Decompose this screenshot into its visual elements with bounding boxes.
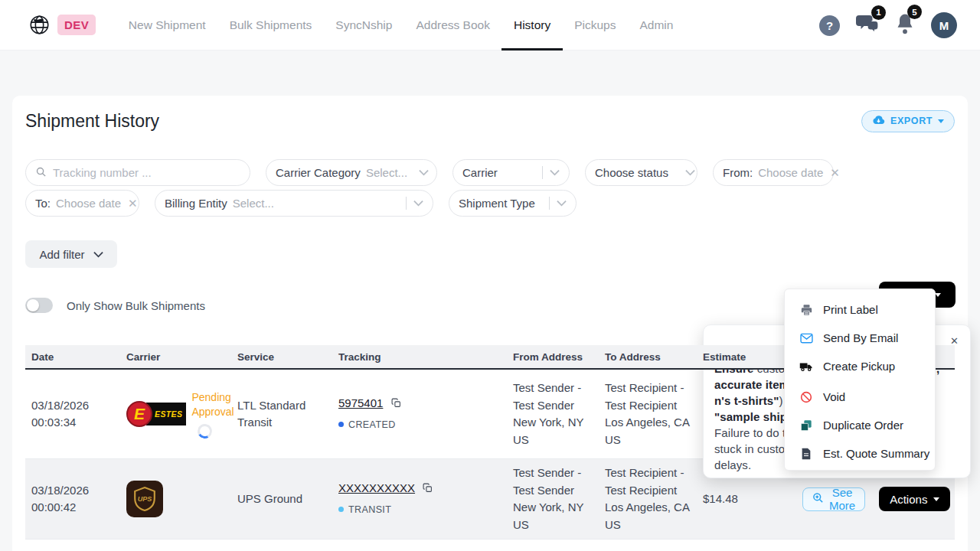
from-address: Test Sender - [507,539,599,551]
nav-item-history[interactable]: History [501,0,562,51]
to-date-field[interactable]: To: Choose date ✕ [25,190,139,217]
cloud-download-icon [872,115,885,128]
tracking-number-link[interactable]: XXXXXXXXXX [338,481,415,494]
chevron-down-icon [93,251,103,258]
col-header-estimate: Estimate [697,351,796,363]
status-select[interactable]: Choose status [585,159,697,186]
chevron-down-icon [938,119,944,123]
tracking-search-input[interactable] [53,166,240,179]
to-address: Test Recipient [599,530,697,551]
table-row: Test Sender - Test Recipient [25,540,955,551]
chevron-down-icon [413,200,423,207]
filters-bar: Carrier Category Select... Carrier Choos… [25,159,955,217]
document-icon [799,448,813,460]
billing-entity-select[interactable]: Billing Entity Select... [155,190,433,217]
menu-item-print-label[interactable]: Print Label [785,295,935,324]
copy-icon[interactable] [391,397,401,410]
truck-icon [799,361,813,372]
nav-item-new-shipment[interactable]: New Shipment [116,0,217,51]
printer-icon [799,304,813,316]
menu-item-est-quote-summary[interactable]: Est. Quote Summary [785,439,935,468]
nav-item-address-book[interactable]: Address Book [404,0,502,51]
loading-spinner-icon [196,422,214,439]
col-header-date: Date [25,351,120,363]
user-avatar[interactable]: M [931,12,957,38]
bulk-shipments-toggle[interactable] [25,298,53,313]
status-dot [338,422,344,427]
envelope-icon [799,333,813,344]
chevron-down-icon [685,169,695,176]
duplicate-icon [799,419,813,432]
menu-item-create-pickup[interactable]: Create Pickup [785,352,935,380]
chevron-down-icon [419,169,429,176]
nav-item-syncnship[interactable]: SyncNship [324,0,404,51]
service-name: UPS Ground [231,491,332,508]
notifications-button[interactable]: 5 [895,13,915,37]
svg-text:UPS: UPS [138,495,152,503]
from-date-field[interactable]: From: Choose date ✕ [713,159,834,186]
app-logo-globe-icon[interactable] [29,15,50,35]
col-header-service: Service [231,351,332,363]
to-address: Test Recipient -Test Recipient Los Angel… [599,380,697,448]
col-header-to-address: To Address [599,351,697,363]
menu-item-send-by-email[interactable]: Send By Email [785,324,935,352]
menu-item-duplicate-order[interactable]: Duplicate Order [785,411,935,439]
carrier-category-select[interactable]: Carrier Category Select... [266,159,437,186]
chat-button[interactable]: 1 [856,14,879,37]
nav-right-icons: ? 1 5 M [819,0,957,51]
chevron-down-icon [933,497,939,501]
actions-button[interactable]: Actions [879,487,950,511]
status-dot [338,507,344,512]
clear-to-date-icon[interactable]: ✕ [128,197,138,210]
top-nav: DEV New Shipment Bulk Shipments SyncNshi… [0,0,980,51]
shipment-time: 00:03:34 [31,414,114,432]
col-header-tracking: Tracking [332,351,507,363]
ban-icon [799,391,813,403]
nav-item-bulk-shipments[interactable]: Bulk Shipments [217,0,324,51]
export-button[interactable]: EXPORT [861,110,955,132]
clear-from-date-icon[interactable]: ✕ [830,166,840,180]
to-address: Test Recipient -Test Recipient Los Angel… [599,465,697,533]
bulk-toggle-label: Only Show Bulk Shipments [67,299,205,312]
shipment-date: 03/18/2026 [31,482,114,500]
search-icon [35,166,47,180]
see-more-button[interactable]: See More [802,487,865,511]
shipment-type-select[interactable]: Shipment Type [449,190,577,217]
carrier-select[interactable]: Carrier [452,159,570,186]
status-badge: TRANSIT [348,501,391,519]
magnifier-plus-icon [812,492,824,506]
actions-dropdown-menu: Print Label Send By Email Create Pickup … [784,289,936,471]
copy-icon[interactable] [423,482,433,495]
tracking-search-field[interactable] [25,159,250,186]
env-badge: DEV [57,15,96,35]
from-address: Test Sender -Test Sender New York, NYUS [507,380,599,448]
page-title: Shipment History [25,111,159,132]
nav-items: New Shipment Bulk Shipments SyncNship Ad… [116,0,685,51]
nav-item-admin[interactable]: Admin [628,0,685,51]
estes-carrier-logo: E ESTES [126,401,186,427]
from-address: Test Sender -Test Sender New York, NYUS [507,465,599,533]
shipment-time: 00:00:42 [31,499,114,517]
tracking-number-link[interactable]: 5975401 [338,396,383,409]
chat-count-badge: 1 [871,5,886,20]
chevron-down-icon [557,200,567,207]
nav-item-pickups[interactable]: Pickups [563,0,628,51]
add-filter-button[interactable]: Add filter [25,240,117,268]
menu-item-void[interactable]: Void [785,383,935,411]
col-header-carrier: Carrier [120,351,231,363]
estimate-value: $14.48 [697,491,796,508]
help-icon[interactable]: ? [819,15,840,36]
chevron-down-icon [935,293,941,297]
notifications-count-badge: 5 [907,5,922,19]
service-name: LTL Standard Transit [231,397,332,432]
chevron-down-icon [550,169,560,176]
col-header-from-address: From Address [507,351,599,363]
ups-carrier-logo: UPS [126,481,163,517]
status-badge: CREATED [348,416,396,434]
pending-approval-label: Pending Approval [191,390,234,419]
shipment-date: 03/18/2026 [31,397,114,415]
